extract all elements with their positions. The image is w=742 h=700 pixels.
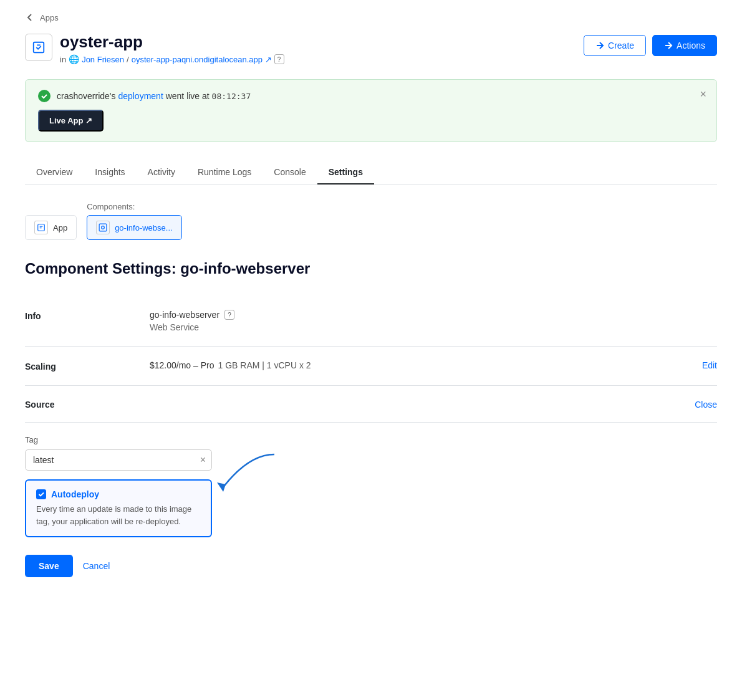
alert-content: crashoverride's deployment went live at … (38, 90, 704, 102)
tab-overview[interactable]: Overview (25, 161, 84, 185)
svg-rect-0 (34, 42, 44, 53)
source-label: Source (25, 400, 54, 410)
source-header: Source Close (25, 386, 717, 423)
alert-user: crashoverride's (57, 91, 116, 101)
service-type: Web Service (150, 322, 717, 332)
tag-label: Tag (25, 435, 717, 444)
autodeploy-header: Autodeploy (36, 489, 201, 499)
component-section: Components: go-info-webse... (87, 202, 182, 240)
components-label: Components: (87, 202, 182, 211)
service-name: go-info-webserver (150, 310, 219, 320)
app-title-group: oyster-app in 🌐 Jon Friesen / oyster-app… (60, 32, 284, 64)
autodeploy-box: Autodeploy Every time an update is made … (25, 479, 212, 537)
app-title: oyster-app (60, 32, 284, 52)
scaling-specs: 1 GB RAM | 1 vCPU x 2 (218, 360, 311, 370)
autodeploy-desc: Every time an update is made to this ima… (36, 503, 201, 527)
svg-point-3 (102, 226, 105, 229)
deployment-link[interactable]: deployment (118, 91, 163, 101)
globe-icon: 🌐 (69, 54, 79, 64)
alert-timestamp: 08:12:37 (212, 92, 251, 101)
scaling-edit-button[interactable]: Edit (702, 360, 717, 370)
alert-banner: crashoverride's deployment went live at … (25, 79, 717, 142)
alert-close-button[interactable]: × (700, 89, 706, 100)
tag-clear-button[interactable]: × (200, 454, 206, 466)
app-icon (25, 34, 52, 61)
service-name-row: go-info-webserver ? (150, 310, 717, 320)
go-info-component-icon (96, 221, 110, 234)
header-actions: Create Actions (584, 35, 717, 56)
info-row: Info go-info-webserver ? Web Service (25, 296, 717, 347)
autodeploy-checkbox[interactable] (36, 489, 46, 499)
tab-insights[interactable]: Insights (84, 161, 136, 185)
tabs: Overview Insights Activity Runtime Logs … (25, 161, 717, 185)
tab-runtime-logs[interactable]: Runtime Logs (186, 161, 263, 185)
scaling-value: $12.00/mo – Pro 1 GB RAM | 1 vCPU x 2 (150, 360, 690, 370)
app-component-label: App (53, 223, 67, 233)
source-section: Source Close Tag × (25, 386, 717, 577)
actions-button[interactable]: Actions (652, 35, 717, 56)
scaling-action: Edit (690, 360, 717, 370)
owner-link[interactable]: Jon Friesen (82, 55, 124, 64)
cancel-button[interactable]: Cancel (80, 555, 113, 577)
service-help-icon[interactable]: ? (224, 310, 234, 320)
component-name: go-info-webse... (115, 223, 173, 233)
back-nav[interactable]: Apps (25, 12, 717, 22)
source-close-button[interactable]: Close (695, 400, 717, 410)
page-header: oyster-app in 🌐 Jon Friesen / oyster-app… (25, 32, 717, 64)
app-component-icon (34, 221, 48, 234)
svg-rect-2 (99, 224, 107, 231)
app-url-link[interactable]: oyster-app-paqni.ondigitalocean.app ↗ (132, 55, 272, 64)
back-nav-label: Apps (40, 13, 59, 22)
save-button[interactable]: Save (25, 555, 73, 577)
go-info-component-button[interactable]: go-info-webse... (87, 215, 182, 240)
autodeploy-label: Autodeploy (51, 489, 99, 499)
scaling-details: $12.00/mo – Pro 1 GB RAM | 1 vCPU x 2 (150, 360, 690, 370)
form-actions: Save Cancel (25, 555, 717, 577)
tag-input-wrap: × (25, 449, 212, 471)
app-component-button[interactable]: App (25, 215, 77, 240)
scaling-plan: $12.00/mo – Pro (150, 360, 214, 370)
autodeploy-wrap: Autodeploy Every time an update is made … (25, 479, 717, 537)
app-component-wrap: App (25, 203, 77, 240)
components-row: App Components: go-info-webse... (25, 202, 717, 240)
info-label: Info (25, 310, 150, 321)
alert-message: went live at (166, 91, 212, 101)
app-subtitle: in 🌐 Jon Friesen / oyster-app-paqni.ondi… (60, 54, 284, 64)
alert-text: crashoverride's deployment went live at … (57, 91, 251, 101)
create-button[interactable]: Create (584, 35, 646, 56)
source-content: Tag × (25, 423, 717, 577)
subtitle-prefix: in (60, 55, 66, 64)
scaling-row: Scaling $12.00/mo – Pro 1 GB RAM | 1 vCP… (25, 347, 717, 386)
info-value: go-info-webserver ? Web Service (150, 310, 717, 332)
svg-marker-4 (217, 482, 226, 492)
section-title: Component Settings: go-info-webserver (25, 260, 717, 277)
help-icon[interactable]: ? (274, 54, 284, 64)
scaling-label: Scaling (25, 360, 150, 372)
tag-input[interactable] (25, 449, 212, 471)
tab-activity[interactable]: Activity (137, 161, 186, 185)
live-app-button[interactable]: Live App ↗ (38, 110, 104, 132)
check-circle-icon (38, 90, 51, 102)
header-left: oyster-app in 🌐 Jon Friesen / oyster-app… (25, 32, 284, 64)
tab-console[interactable]: Console (263, 161, 317, 185)
tab-settings[interactable]: Settings (317, 161, 374, 185)
